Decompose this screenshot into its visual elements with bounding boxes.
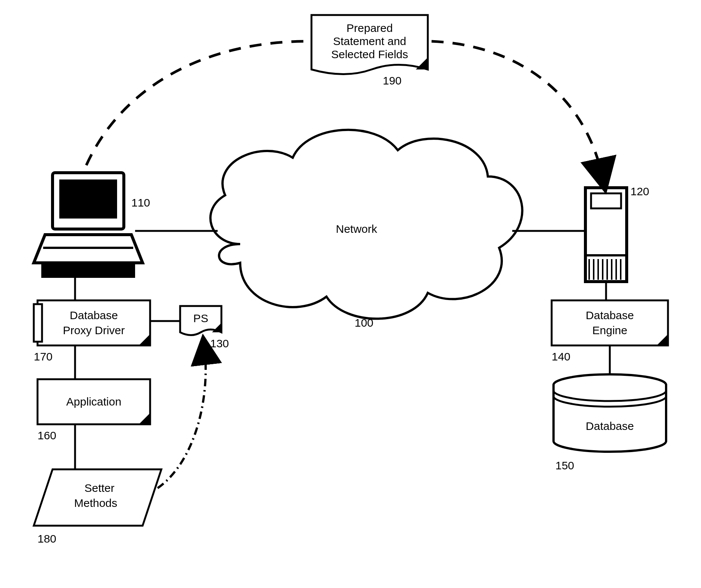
setter-methods-ref: 180: [38, 532, 56, 545]
svg-rect-1: [59, 179, 117, 219]
server-icon: 120: [585, 185, 649, 282]
prepared-statement-document-icon: Prepared Statement and Selected Fields 1…: [311, 15, 428, 87]
system-diagram: Network 100 110 120: [0, 0, 701, 588]
network-label: Network: [336, 223, 378, 235]
ps-document-icon: PS 130: [180, 306, 229, 350]
svg-rect-15: [34, 304, 42, 342]
db-engine-label-1: Database: [586, 309, 634, 321]
setter-methods-label-1: Setter: [84, 482, 114, 494]
ps-ref: 130: [210, 337, 229, 350]
client-computer-icon: 110: [34, 173, 150, 278]
db-engine-ref: 140: [552, 350, 570, 363]
application-box: Application 160: [38, 379, 150, 442]
server-ref: 120: [630, 185, 649, 198]
db-engine-label-2: Engine: [592, 324, 627, 336]
application-label: Application: [66, 395, 122, 408]
database-ref: 150: [555, 459, 574, 472]
prepared-label-1: Prepared: [346, 22, 393, 34]
database-cylinder-icon: Database 150: [554, 374, 666, 472]
setter-methods-label-2: Methods: [74, 497, 117, 509]
prepared-ref: 190: [383, 74, 402, 87]
svg-rect-14: [38, 300, 150, 345]
dashdot-setter-ps: [158, 349, 206, 488]
proxy-driver-label-1: Database: [70, 309, 118, 321]
application-ref: 160: [38, 429, 56, 442]
proxy-driver-box: Database Proxy Driver 170: [34, 300, 150, 363]
network-ref: 100: [355, 317, 373, 329]
setter-methods-parallelogram: Setter Methods 180: [34, 469, 161, 545]
network-cloud: Network 100: [211, 130, 522, 329]
database-label: Database: [586, 420, 634, 432]
solid-connectors: [75, 231, 610, 469]
client-ref: 110: [131, 196, 150, 209]
svg-rect-4: [591, 193, 621, 208]
prepared-label-2: Statement and: [333, 35, 406, 47]
svg-rect-21: [552, 300, 668, 345]
ps-label: PS: [193, 312, 208, 324]
prepared-label-3: Selected Fields: [331, 48, 408, 60]
proxy-driver-label-2: Proxy Driver: [63, 324, 125, 336]
proxy-driver-ref: 170: [34, 350, 53, 363]
